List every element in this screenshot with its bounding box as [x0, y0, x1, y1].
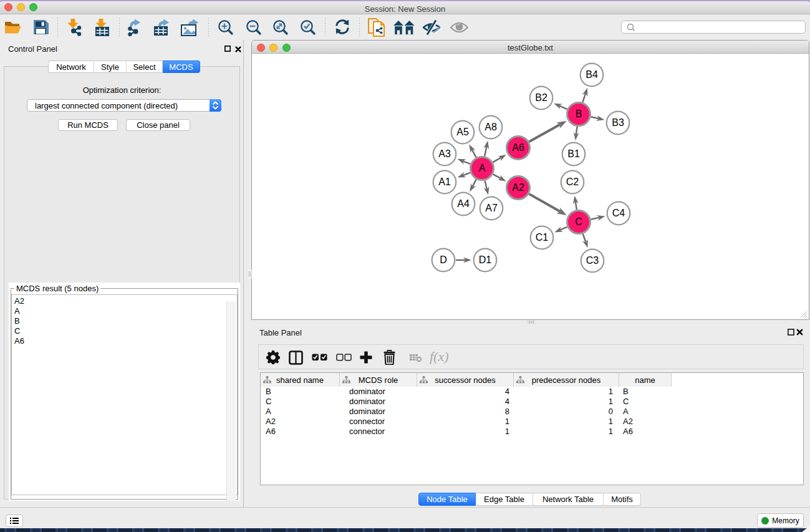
- svg-text:B3: B3: [612, 117, 624, 128]
- svg-text:B1: B1: [567, 148, 580, 159]
- svg-text:B2: B2: [535, 92, 547, 103]
- svg-text:B4: B4: [586, 69, 598, 80]
- svg-text:A: A: [479, 163, 486, 173]
- svg-text:A8: A8: [485, 122, 497, 132]
- svg-text:A6: A6: [512, 142, 524, 153]
- svg-text:A5: A5: [456, 127, 469, 137]
- svg-text:C: C: [575, 216, 582, 227]
- svg-text:C4: C4: [612, 208, 625, 218]
- svg-text:A4: A4: [457, 198, 470, 209]
- svg-text:A3: A3: [438, 148, 451, 159]
- svg-text:A1: A1: [438, 177, 451, 187]
- svg-text:C1: C1: [536, 232, 549, 243]
- svg-text:C3: C3: [586, 255, 599, 266]
- svg-text:A2: A2: [512, 182, 524, 193]
- svg-text:B: B: [576, 109, 582, 119]
- svg-text:A7: A7: [485, 203, 498, 213]
- svg-text:C2: C2: [566, 177, 579, 187]
- svg-text:D1: D1: [479, 254, 492, 265]
- svg-text:D: D: [440, 254, 447, 265]
